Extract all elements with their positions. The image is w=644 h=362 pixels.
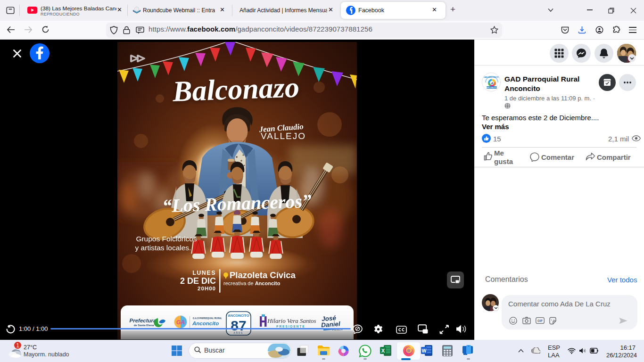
svg-text:Daniel: Daniel (321, 321, 341, 329)
svg-text:y artistas locales.: y artistas locales. (135, 244, 191, 252)
svg-text:W: W (422, 348, 427, 354)
svg-text:G.A.D PARROQUIAL RURAL: G.A.D PARROQUIAL RURAL (193, 317, 222, 320)
svg-text:Prefectura: Prefectura (130, 318, 157, 323)
svg-text:PRESIDENTE: PRESIDENTE (276, 325, 305, 328)
svg-text:Hilario Vera Santos: Hilario Vera Santos (267, 317, 316, 324)
svg-text:X: X (381, 348, 385, 354)
svg-text:de Santa Elena: de Santa Elena (134, 324, 154, 327)
svg-text:2 DE DIC: 2 DE DIC (180, 276, 216, 286)
svg-text:ANCONCITO: ANCONCITO (487, 87, 497, 89)
svg-text:GA: GA (176, 319, 185, 326)
svg-text:GAD ANCONCITO: GAD ANCONCITO (483, 76, 500, 78)
svg-text:Plazoleta Cívica: Plazoleta Cívica (230, 270, 296, 280)
svg-text:Balconazo: Balconazo (172, 71, 300, 107)
svg-text:LUNES: LUNES (192, 270, 216, 276)
svg-text:Grupos Folclóricos: Grupos Folclóricos (136, 235, 197, 243)
svg-text:Anconcito: Anconcito (192, 321, 219, 326)
svg-text:A: A (490, 81, 494, 85)
svg-text:ANCONCITO: ANCONCITO (228, 313, 249, 318)
svg-text:GIF: GIF (537, 319, 543, 322)
svg-text:VALLEJO: VALLEJO (261, 131, 306, 141)
svg-text:recreativa de Anconcito: recreativa de Anconcito (223, 280, 281, 286)
svg-text:20H00: 20H00 (198, 286, 216, 291)
